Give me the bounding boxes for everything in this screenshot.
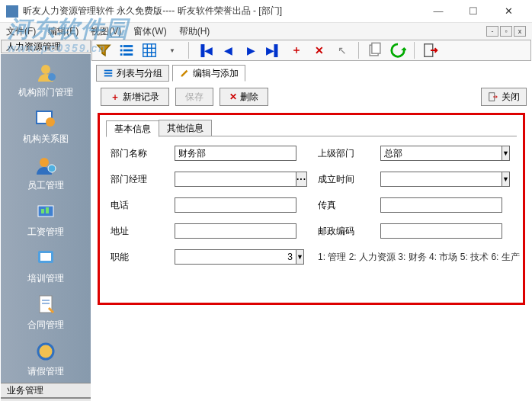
dept-name-input[interactable] (175, 146, 296, 161)
minimize-button[interactable]: — (421, 0, 456, 23)
nav-next-icon[interactable]: ▶ (242, 42, 259, 59)
copy-icon[interactable] (367, 42, 383, 59)
parent-dept-label: 上级部门 (318, 147, 359, 160)
svg-point-18 (40, 158, 49, 167)
nav-prev-icon[interactable]: ◀ (220, 42, 236, 59)
sidebar-item-leave[interactable]: 请假管理 (1, 336, 91, 383)
menu-view[interactable]: 视图(V) (91, 25, 121, 38)
toolbar: ▼ ▐◀ ◀ ▶ ▶▌ ＋ ✕ ↖ (91, 40, 531, 61)
sidebar-item-org[interactable]: 机构关系图 (1, 104, 91, 150)
pointer-icon[interactable]: ↖ (334, 42, 351, 59)
svg-rect-31 (104, 75, 113, 77)
add-record-button[interactable]: ＋新增记录 (101, 88, 169, 106)
svg-rect-24 (40, 253, 51, 261)
close-window-button[interactable]: ✕ (491, 0, 526, 23)
tab-label: 编辑与添加 (193, 67, 239, 80)
addr-input[interactable] (175, 223, 296, 239)
svg-rect-4 (120, 53, 123, 56)
list-icon[interactable] (118, 42, 135, 59)
sidebar-btn-analysis[interactable]: 智能分析 (1, 398, 91, 401)
role-hint-text: 1: 管理 2: 人力资源 3: 财务 4: 市场 5: 技术 6: 生产 (318, 251, 502, 264)
close-button[interactable]: 关闭 (481, 88, 527, 106)
sidebar-item-label: 机构关系图 (1, 133, 91, 146)
sidebar-item-training[interactable]: 培训管理 (1, 243, 91, 290)
delete-icon[interactable]: ✕ (311, 42, 328, 59)
tab-other-info[interactable]: 其他信息 (159, 120, 212, 136)
sidebar-btn-business[interactable]: 业务管理 (1, 383, 91, 398)
parent-dept-dropdown[interactable]: ▼ (502, 146, 510, 161)
role-dropdown[interactable]: ▼ (296, 249, 304, 265)
org-icon (34, 107, 58, 131)
grid-icon[interactable] (141, 42, 158, 59)
sidebar-header: 人力资源管理 (1, 40, 91, 53)
fax-label: 传真 (318, 199, 359, 212)
svg-rect-3 (123, 50, 133, 52)
fax-input[interactable] (380, 197, 502, 213)
zip-input[interactable] (380, 223, 502, 239)
svg-point-15 (48, 73, 56, 81)
svg-rect-21 (41, 209, 44, 213)
sidebar-item-label: 请假管理 (1, 365, 91, 378)
founded-label: 成立时间 (318, 173, 359, 186)
delete-button[interactable]: ✕删除 (220, 88, 268, 106)
sidebar-item-contract[interactable]: 合同管理 (1, 290, 91, 336)
salary-icon (34, 200, 58, 224)
dept-name-label: 部门名称 (111, 147, 153, 160)
manager-input[interactable] (175, 172, 296, 187)
phone-input[interactable] (175, 197, 296, 213)
exit-icon[interactable] (422, 42, 439, 59)
svg-rect-30 (104, 72, 113, 74)
dept-icon (34, 60, 58, 85)
manager-label: 部门经理 (111, 173, 153, 186)
grid-dropdown-icon[interactable]: ▼ (164, 42, 181, 59)
add-icon[interactable]: ＋ (288, 42, 305, 59)
sidebar-item-label: 机构部门管理 (1, 86, 91, 99)
svg-rect-2 (120, 50, 123, 52)
edit-tab-icon (179, 68, 190, 79)
maximize-button[interactable]: ☐ (456, 0, 491, 23)
sidebar: 机构部门管理 机构关系图 员工管理 工资管理 培训管理 合同管理 请假管理 业务… (1, 54, 91, 401)
tab-basic-info[interactable]: 基本信息 (106, 120, 159, 137)
save-button[interactable]: 保存 (175, 88, 213, 106)
svg-rect-6 (143, 44, 156, 57)
app-icon (6, 5, 18, 18)
svg-rect-12 (372, 43, 380, 53)
role-input[interactable] (175, 249, 296, 265)
menu-file[interactable]: 文件(F) (6, 25, 36, 38)
list-tab-icon (103, 68, 114, 79)
sidebar-item-dept[interactable]: 机构部门管理 (1, 57, 91, 104)
tab-edit-add[interactable]: 编辑与添加 (172, 65, 245, 82)
sidebar-item-label: 员工管理 (1, 179, 91, 192)
staff-icon (34, 153, 58, 178)
sidebar-item-staff[interactable]: 员工管理 (1, 150, 91, 197)
menu-help[interactable]: 帮助(H) (179, 25, 210, 38)
nav-last-icon[interactable]: ▶▌ (265, 42, 282, 59)
svg-rect-5 (123, 53, 133, 56)
filter-icon[interactable] (95, 42, 112, 59)
manager-browse-button[interactable]: ··· (296, 172, 307, 187)
sidebar-item-label: 培训管理 (1, 272, 91, 285)
parent-dept-input[interactable] (380, 146, 502, 161)
founded-input[interactable] (380, 172, 502, 187)
nav-first-icon[interactable]: ▐◀ (197, 42, 213, 59)
mdi-minimize-icon[interactable]: - (486, 26, 498, 37)
svg-rect-0 (120, 45, 123, 47)
addr-label: 地址 (111, 225, 153, 238)
mdi-close-icon[interactable]: x (514, 26, 526, 37)
form-highlight-box: 基本信息 其他信息 部门名称 上级部门 ▼ 部门经理 ··· 成立时间 ▼ 电话… (98, 113, 525, 305)
menu-window[interactable]: 窗体(W) (133, 25, 166, 38)
svg-point-28 (38, 344, 53, 359)
content: 列表与分组 编辑与添加 ＋新增记录 保存 ✕删除 关闭 基本信息 其他信息 部门… (91, 61, 531, 401)
tab-list-group[interactable]: 列表与分组 (96, 65, 169, 82)
refresh-icon[interactable] (389, 42, 406, 59)
founded-dropdown[interactable]: ▼ (502, 172, 510, 187)
contract-icon (34, 293, 58, 317)
menubar: 文件(F) 编辑(E) 视图(V) 窗体(W) 帮助(H) - ▫ x (0, 23, 532, 40)
svg-point-19 (48, 165, 56, 172)
role-label: 职能 (111, 251, 153, 264)
mdi-restore-icon[interactable]: ▫ (500, 26, 512, 37)
sidebar-item-salary[interactable]: 工资管理 (1, 197, 91, 243)
menu-edit[interactable]: 编辑(E) (48, 25, 79, 38)
svg-point-17 (46, 117, 55, 127)
svg-rect-1 (123, 45, 133, 47)
